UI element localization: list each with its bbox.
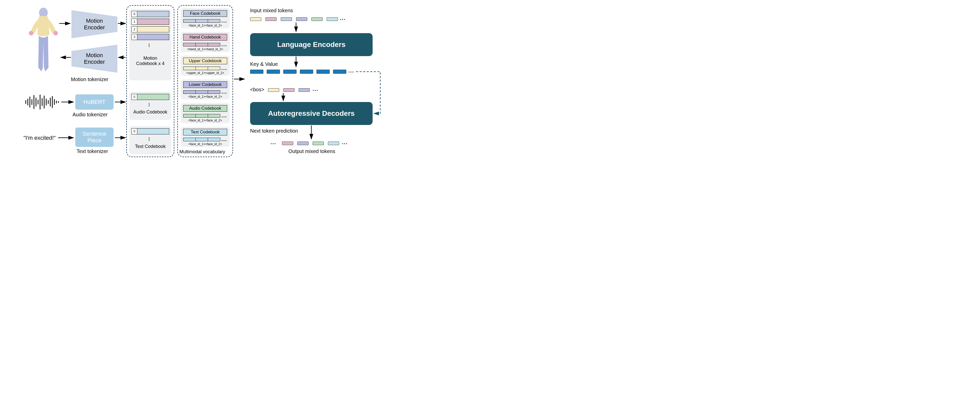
smpl-body-figure xyxy=(28,6,59,73)
output-token xyxy=(313,141,324,145)
autoregressive-decoders-label: Autoregressive Decoders xyxy=(268,110,355,118)
ellipsis: ... xyxy=(270,140,277,145)
lower-codebook-entry: Lower Codebook ... <face_id_1><face_id_2… xyxy=(181,79,230,100)
kv-token xyxy=(250,70,263,74)
code-idx: 1 xyxy=(132,19,137,24)
output-token xyxy=(298,141,309,145)
code-idx: 2 xyxy=(132,27,137,32)
motion-codebook: 0 1 2 3 ... Motion Codebook x 4 xyxy=(129,9,171,80)
ellipsis: ... xyxy=(221,41,227,48)
vocab-title: Hand Codebook xyxy=(183,34,227,41)
text-codebook: 0 ... Text Codebook xyxy=(129,126,171,154)
input-token xyxy=(250,17,261,21)
next-token-prediction-label: Next token prediction xyxy=(250,128,298,134)
ellipsis: ... xyxy=(313,86,318,92)
input-token xyxy=(311,17,323,21)
ellipsis: ... xyxy=(221,137,227,142)
hubert-label: HuBERT xyxy=(83,99,105,105)
svg-point-2 xyxy=(53,31,58,35)
kv-token xyxy=(283,70,297,74)
sentencepiece-block: Sentence Piece xyxy=(75,127,114,147)
text-codebook-entry: Text Codebook ... <face_id_1><face_id_2> xyxy=(181,127,230,147)
language-encoders-block: Language Encoders xyxy=(250,33,372,56)
decoder-input-token xyxy=(283,88,294,92)
vocab-title: Text Codebook xyxy=(183,129,227,135)
vocab-title: Audio Codebook xyxy=(183,105,227,112)
bos-label: <bos> xyxy=(250,87,264,92)
vocab-ids: <upper_id_1><upper_id_2> xyxy=(183,71,227,75)
ellipsis: ... xyxy=(348,68,354,74)
face-codebook-entry: Face Codebook ... <face_id_1><face_id_2> xyxy=(181,8,230,28)
audio-tokenizer-caption: Audio tokenizer xyxy=(73,112,108,118)
ellipsis: ... xyxy=(342,140,348,145)
code-idx: 3 xyxy=(132,34,137,40)
multimodal-vocab-caption: Multimodal vocabulary xyxy=(180,149,225,154)
audio-codebook-entry: Audio Codebook ... <face_id_1><face_id_2… xyxy=(181,103,230,123)
hubert-block: HuBERT xyxy=(75,94,114,110)
motion-decoder-block: Motion Encoder xyxy=(72,44,118,73)
decoder-input-token xyxy=(299,88,310,92)
key-value-label: Key & Value xyxy=(250,61,278,67)
vocab-ids: <hand_id_1><hand_id_2> xyxy=(183,48,227,51)
input-token xyxy=(266,17,277,21)
text-input-string: "I'm excited!" xyxy=(24,135,56,141)
input-mixed-tokens-label: Input mixed tokens xyxy=(250,8,293,14)
input-token xyxy=(296,17,307,21)
audio-codebook: 0 ... Audio Codebook xyxy=(129,92,171,120)
sentencepiece-label: Sentence Piece xyxy=(83,130,107,144)
text-tokenizer-caption: Text tokenizer xyxy=(76,148,108,154)
ellipsis: ... xyxy=(221,18,227,24)
text-codebook-title: Text Codebook xyxy=(131,144,169,149)
svg-point-1 xyxy=(29,31,33,35)
output-token xyxy=(328,141,339,145)
input-token xyxy=(327,17,338,21)
motion-codebook-title: Motion Codebook x 4 xyxy=(131,56,169,66)
ellipsis: ... xyxy=(221,65,227,71)
audio-waveform-icon xyxy=(24,94,60,110)
vocab-ids: <face_id_1><face_id_2> xyxy=(183,119,227,122)
ellipsis: ... xyxy=(340,15,346,21)
output-token xyxy=(282,141,293,145)
audio-codebook-title: Audio Codebook xyxy=(131,110,169,115)
motion-tokenizer-caption: Motion tokenizer xyxy=(71,76,108,83)
decoder-input-token xyxy=(268,88,279,92)
language-encoders-label: Language Encoders xyxy=(277,41,345,49)
vocab-ids: <face_id_1><face_id_2> xyxy=(183,142,227,146)
code-idx: 0 xyxy=(132,129,137,134)
kv-token xyxy=(300,70,313,74)
motion-encoder-block: Motion Encoder xyxy=(72,10,118,38)
vocab-ids: <face_id_1><face_id_2> xyxy=(183,24,227,27)
ellipsis: ... xyxy=(221,113,227,119)
motion-decoder-label: Motion Encoder xyxy=(72,44,118,73)
ellipsis: ... xyxy=(221,89,227,95)
code-idx: 0 xyxy=(132,94,137,100)
kv-token xyxy=(267,70,280,74)
kv-token xyxy=(333,70,346,74)
motion-encoder-label: Motion Encoder xyxy=(72,10,118,38)
upper-codebook-entry: Upper Codebook ... <upper_id_1><upper_id… xyxy=(181,56,230,76)
vocab-title: Face Codebook xyxy=(183,10,227,17)
vocab-title: Upper Codebook xyxy=(183,58,227,64)
hand-codebook-entry: Hand Codebook ... <hand_id_1><hand_id_2> xyxy=(181,32,230,52)
autoregressive-decoders-block: Autoregressive Decoders xyxy=(250,102,372,125)
input-token xyxy=(281,17,292,21)
output-mixed-tokens-label: Output mixed tokens xyxy=(288,148,335,154)
vocab-title: Lower Codebook xyxy=(183,81,227,88)
vocab-ids: <face_id_1><face_id_2> xyxy=(183,95,227,98)
kv-token xyxy=(317,70,330,74)
code-idx: 0 xyxy=(132,11,137,17)
